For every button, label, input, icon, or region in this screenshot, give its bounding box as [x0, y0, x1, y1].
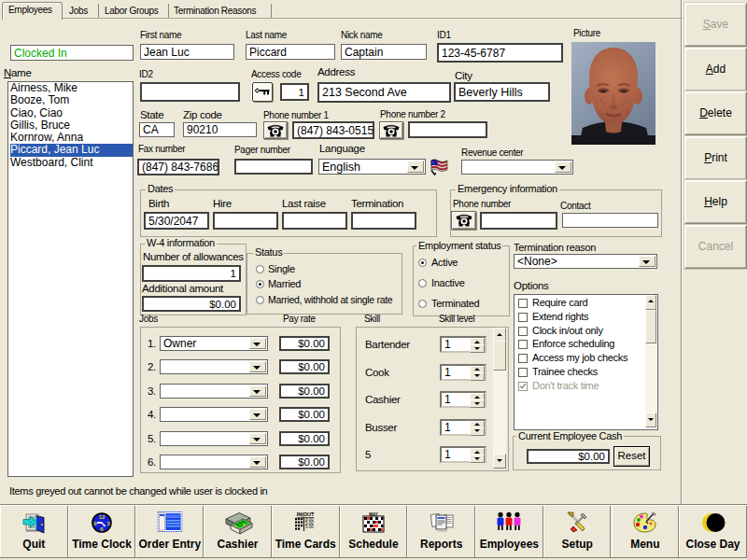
svg-text:5:00: 5:00 [305, 525, 314, 529]
svg-text:12: 12 [99, 514, 106, 520]
